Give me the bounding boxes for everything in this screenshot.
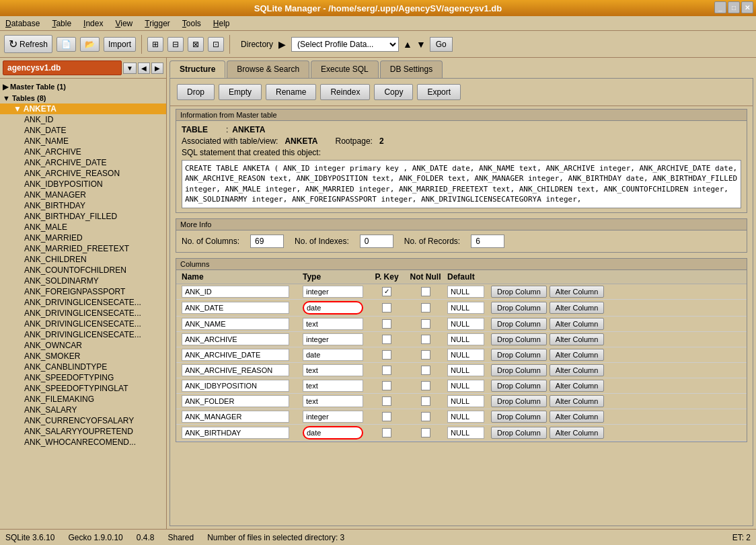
col-type-input[interactable] — [303, 395, 363, 407]
tree-item-ank-archive-date[interactable]: ANK_ARCHIVE_DATE — [0, 157, 166, 168]
alter-column-button[interactable]: Alter Column — [550, 302, 605, 314]
col-default-input[interactable] — [447, 302, 484, 314]
col-default-input[interactable] — [447, 349, 484, 361]
notnull-checkbox[interactable] — [421, 412, 430, 421]
menu-database[interactable]: Database — [3, 17, 42, 30]
alter-column-button[interactable]: Alter Column — [550, 333, 605, 345]
tree-item-ank-currencyofsalary[interactable]: ANK_CURRENCYOFSALARY — [0, 415, 166, 426]
drop-column-button[interactable]: Drop Column — [491, 411, 547, 423]
tree-item-ank-name[interactable]: ANK_NAME — [0, 136, 166, 146]
alter-column-button[interactable]: Alter Column — [550, 411, 605, 423]
drop-column-button[interactable]: Drop Column — [491, 380, 547, 392]
tree-item-ank-id[interactable]: ANK_ID — [0, 114, 166, 125]
tree-item-ank-speedoftypinglat[interactable]: ANK_SPEEDOFTYPINGLAT — [0, 383, 166, 394]
col-name-input[interactable] — [182, 349, 289, 361]
tree-item-ank-married-freetext[interactable]: ANK_MARRIED_FREETEXT — [0, 243, 166, 254]
tree-item-ank-drivlic1[interactable]: ANK_DRIVINGLICENSECATE... — [0, 297, 166, 308]
alter-column-button[interactable]: Alter Column — [550, 286, 605, 298]
dir-down-icon[interactable]: ▼ — [416, 39, 426, 50]
tree-item-ank-male[interactable]: ANK_MALE — [0, 222, 166, 233]
col-type-input[interactable] — [303, 426, 363, 439]
col-name-input[interactable] — [182, 411, 289, 423]
pkey-checkbox[interactable] — [382, 319, 391, 329]
tree-item-ank-birthday[interactable]: ANK_BIRTHDAY — [0, 200, 166, 211]
open-button[interactable]: 📂 — [80, 37, 100, 52]
col-type-input[interactable] — [303, 411, 363, 423]
menu-view[interactable]: View — [112, 17, 135, 30]
tree-item-ank-canblindtype[interactable]: ANK_CANBLINDTYPE — [0, 362, 166, 372]
tree-item-ank-salaryyoupretend[interactable]: ANK_SALARYYOUPRETEND — [0, 426, 166, 437]
alter-column-button[interactable]: Alter Column — [550, 318, 605, 330]
tree-item-ank-soldinarmy[interactable]: ANK_SOLDINARMY — [0, 276, 166, 286]
table-del-button[interactable]: ⊠ — [188, 37, 204, 52]
notnull-checkbox[interactable] — [421, 319, 430, 329]
col-default-input[interactable] — [447, 395, 484, 407]
import-button[interactable]: Import — [104, 37, 136, 52]
col-type-input[interactable] — [303, 301, 363, 315]
col-default-input[interactable] — [447, 286, 484, 298]
drop-column-button[interactable]: Drop Column — [491, 333, 547, 345]
col-name-input[interactable] — [182, 286, 289, 298]
db-scroll-up-button[interactable]: ◀ — [138, 62, 150, 74]
alter-column-button[interactable]: Alter Column — [550, 364, 605, 376]
tab-db-settings[interactable]: DB Settings — [380, 60, 443, 78]
pkey-checkbox[interactable] — [382, 412, 391, 421]
drop-column-button[interactable]: Drop Column — [491, 395, 547, 407]
export-button[interactable]: Export — [417, 84, 461, 100]
alter-column-button[interactable]: Alter Column — [550, 349, 605, 361]
refresh-button[interactable]: ↻ Refresh — [4, 35, 52, 53]
tree-item-ank-speedoftyping[interactable]: ANK_SPEEDOFTYPING — [0, 372, 166, 383]
tree-item-ank-drivlic2[interactable]: ANK_DRIVINGLICENSECATE... — [0, 308, 166, 319]
menu-help[interactable]: Help — [211, 17, 233, 30]
reindex-button[interactable]: Reindex — [320, 84, 370, 100]
menu-trigger[interactable]: Trigger — [142, 17, 173, 30]
tree-item-ank-filemaking[interactable]: ANK_FILEMAKING — [0, 394, 166, 405]
pkey-checkbox[interactable] — [382, 350, 391, 360]
db-name[interactable]: agencysv1.db — [3, 60, 122, 75]
tree-item-ank-children[interactable]: ANK_CHILDREN — [0, 254, 166, 265]
alter-column-button[interactable]: Alter Column — [550, 395, 605, 407]
tree-item-ank-whocanrecomend[interactable]: ANK_WHOCANRECOMEND... — [0, 437, 166, 448]
directory-select[interactable]: (Select Profile Data... — [291, 37, 399, 52]
tree-item-ank-drivlic3[interactable]: ANK_DRIVINGLICENSECATE... — [0, 319, 166, 329]
notnull-checkbox[interactable] — [421, 287, 430, 296]
drop-button[interactable]: Drop — [177, 84, 215, 100]
master-table-section[interactable]: ▶ Master Table (1) — [0, 81, 166, 93]
empty-button[interactable]: Empty — [219, 84, 262, 100]
go-button[interactable]: Go — [430, 37, 453, 52]
tree-item-anketa[interactable]: ▼ ANKETA — [0, 103, 166, 114]
tab-browse[interactable]: Browse & Search — [227, 60, 309, 78]
table-edit-button[interactable]: ⊟ — [167, 37, 184, 52]
copy-button[interactable]: Copy — [374, 84, 413, 100]
col-type-input[interactable] — [303, 318, 363, 330]
tables-section[interactable]: ▼ Tables (8) — [0, 93, 166, 103]
notnull-checkbox[interactable] — [421, 428, 430, 437]
alter-column-button[interactable]: Alter Column — [550, 427, 605, 439]
tree-item-ank-birthday-filled[interactable]: ANK_BIRTHDAY_FILLED — [0, 211, 166, 222]
tree-item-ank-smoker[interactable]: ANK_SMOKER — [0, 351, 166, 362]
col-default-input[interactable] — [447, 333, 484, 345]
col-default-input[interactable] — [447, 411, 484, 423]
table-copy-button[interactable]: ⊡ — [208, 37, 224, 52]
rename-button[interactable]: Rename — [266, 84, 316, 100]
menu-tools[interactable]: Tools — [180, 17, 204, 30]
tree-item-ank-salary[interactable]: ANK_SALARY — [0, 405, 166, 415]
drop-column-button[interactable]: Drop Column — [491, 302, 547, 314]
col-type-input[interactable] — [303, 349, 363, 361]
notnull-checkbox[interactable] — [421, 335, 430, 344]
notnull-checkbox[interactable] — [421, 303, 430, 312]
tree-item-ank-foreignpassport[interactable]: ANK_FOREIGNPASSPORT — [0, 286, 166, 297]
drop-column-button[interactable]: Drop Column — [491, 286, 547, 298]
col-type-input[interactable] — [303, 380, 363, 392]
pkey-checkbox[interactable] — [382, 366, 391, 375]
dir-up-icon[interactable]: ▲ — [403, 39, 412, 50]
pkey-checkbox[interactable]: ✓ — [382, 287, 391, 296]
col-name-input[interactable] — [182, 427, 289, 439]
maximize-button[interactable]: □ — [728, 1, 740, 13]
minimize-button[interactable]: _ — [714, 1, 726, 13]
col-name-input[interactable] — [182, 302, 289, 314]
tab-structure[interactable]: Structure — [169, 60, 225, 78]
drop-column-button[interactable]: Drop Column — [491, 427, 547, 439]
col-type-input[interactable] — [303, 333, 363, 345]
menu-index[interactable]: Index — [81, 17, 106, 30]
